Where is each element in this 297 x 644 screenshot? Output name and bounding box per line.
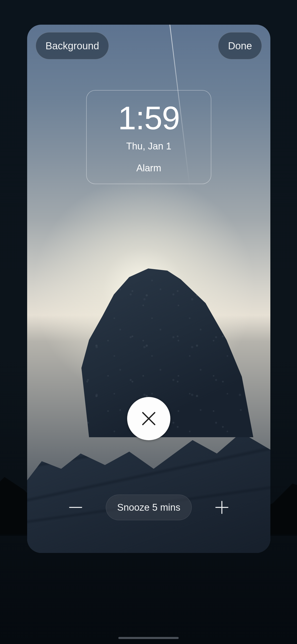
- snooze-increase-button[interactable]: [214, 499, 230, 515]
- home-indicator[interactable]: [118, 637, 179, 639]
- lockscreen-preview: Background Done 1:59 Thu, Jan 1 Alarm Sn…: [27, 25, 270, 553]
- snooze-chip[interactable]: Snooze 5 mins: [106, 495, 191, 520]
- clock-alarm-label: Alarm: [87, 163, 211, 174]
- snooze-controls: Snooze 5 mins: [27, 495, 270, 520]
- done-button[interactable]: Done: [218, 32, 262, 59]
- snooze-decrease-button[interactable]: [68, 499, 84, 515]
- background-button[interactable]: Background: [36, 32, 109, 59]
- clock-date: Thu, Jan 1: [87, 141, 211, 152]
- plus-icon-v: [221, 501, 222, 514]
- close-icon: [141, 411, 156, 426]
- minus-icon: [69, 507, 82, 508]
- clock-widget[interactable]: 1:59 Thu, Jan 1 Alarm: [86, 90, 211, 184]
- overlay-ui: Background Done 1:59 Thu, Jan 1 Alarm Sn…: [27, 25, 270, 553]
- dismiss-alarm-button[interactable]: [127, 397, 170, 440]
- clock-time: 1:59: [87, 102, 211, 134]
